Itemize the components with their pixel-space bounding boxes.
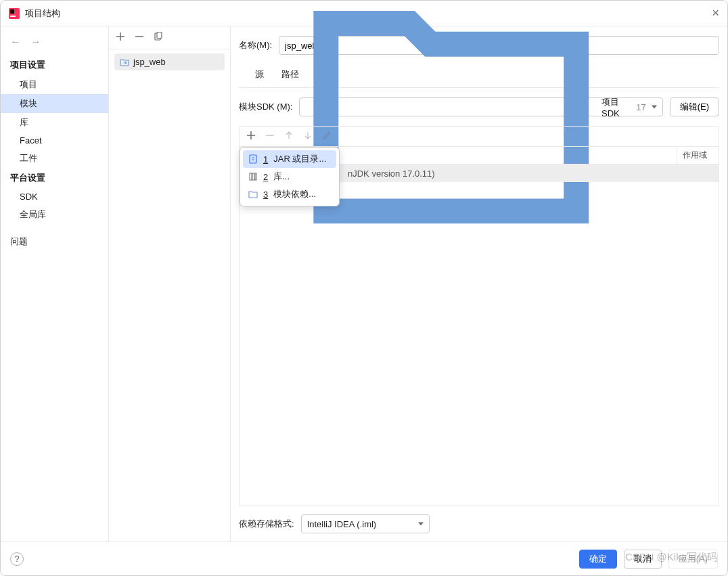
- svg-rect-1: [10, 9, 14, 14]
- close-icon[interactable]: ×: [712, 6, 719, 20]
- nav-item-facet[interactable]: Facet: [1, 132, 108, 149]
- svg-rect-7: [250, 173, 252, 180]
- module-item-label: jsp_web: [133, 57, 166, 67]
- storage-format-value: IntelliJ IDEA (.iml): [307, 519, 377, 529]
- popup-item-jar[interactable]: 1 JAR 或目录...: [243, 150, 336, 168]
- module-toolbar: [109, 26, 230, 49]
- back-icon[interactable]: ←: [10, 36, 21, 48]
- sdk-value-prefix: 项目SDK: [601, 96, 632, 118]
- nav-item-project[interactable]: 项目: [1, 75, 108, 94]
- svg-rect-5: [124, 62, 127, 64]
- svg-rect-4: [157, 32, 162, 39]
- popup-label: 库...: [273, 171, 290, 183]
- dialog-body: ← → 项目设置 项目 模块 库 Facet 工件 平台设置 SDK 全局库 问…: [1, 26, 727, 541]
- deps-scope-header: 作用域: [677, 147, 719, 164]
- module-folder-icon: [120, 58, 129, 67]
- popup-label: 模块依赖...: [273, 188, 316, 200]
- project-structure-dialog: 项目结构 × ← → 项目设置 项目 模块 库 Facet 工件 平台设置 SD…: [0, 0, 728, 576]
- nav-item-artifacts[interactable]: 工件: [1, 149, 108, 168]
- move-down-icon[interactable]: [303, 131, 313, 142]
- popup-num: 3: [263, 190, 268, 200]
- svg-rect-9: [255, 173, 256, 180]
- section-platform-settings: 平台设置: [1, 168, 108, 188]
- cancel-button[interactable]: 取消: [624, 550, 662, 569]
- popup-num: 1: [263, 154, 268, 164]
- popup-num: 2: [263, 172, 268, 182]
- popup-label: JAR 或目录...: [273, 153, 326, 165]
- nav-item-libraries[interactable]: 库: [1, 113, 108, 132]
- add-dependency-popup: 1 JAR 或目录... 2 库... 3 模块依赖...: [240, 147, 340, 206]
- nav-history: ← →: [1, 30, 108, 55]
- add-dep-icon[interactable]: [246, 131, 256, 142]
- svg-rect-8: [252, 173, 254, 180]
- module-dep-icon: [248, 190, 258, 199]
- module-list-panel: jsp_web: [109, 26, 231, 541]
- app-icon: [9, 8, 20, 19]
- help-icon[interactable]: ?: [10, 552, 24, 566]
- svg-rect-6: [250, 155, 256, 163]
- deps-toolbar: [240, 127, 719, 147]
- popup-item-module-dep[interactable]: 3 模块依赖...: [243, 185, 336, 203]
- forward-icon[interactable]: →: [30, 36, 41, 48]
- module-sdk-dropdown[interactable]: 项目SDK 17: [299, 97, 662, 116]
- nav-item-problems[interactable]: 问题: [1, 232, 108, 251]
- sdk-label: 模块SDK (M):: [239, 101, 292, 113]
- dialog-footer: ? 确定 取消 应用(A): [1, 541, 727, 575]
- storage-format-dropdown[interactable]: IntelliJ IDEA (.iml): [301, 514, 430, 533]
- nav-item-global-libs[interactable]: 全局库: [1, 205, 108, 224]
- nav-item-modules[interactable]: 模块: [1, 94, 108, 113]
- copy-module-icon[interactable]: [154, 32, 163, 43]
- module-detail-panel: 名称(M): 源 路径 依赖 模块SDK (M): 项目SDK 17 编辑(E): [231, 26, 727, 541]
- storage-format-label: 依赖存储格式:: [239, 518, 294, 530]
- remove-module-icon[interactable]: [135, 32, 144, 43]
- jar-icon: [248, 154, 258, 164]
- svg-rect-2: [10, 16, 16, 17]
- module-item-jspweb[interactable]: jsp_web: [114, 53, 225, 70]
- add-module-icon[interactable]: [116, 32, 125, 43]
- move-up-icon[interactable]: [284, 131, 294, 142]
- popup-item-library[interactable]: 2 库...: [243, 168, 336, 185]
- tab-sources[interactable]: 源: [254, 64, 265, 87]
- dependencies-panel: 1 JAR 或目录... 2 库... 3 模块依赖...: [239, 126, 719, 506]
- section-project-settings: 项目设置: [1, 55, 108, 75]
- nav-item-sdk[interactable]: SDK: [1, 188, 108, 205]
- name-label: 名称(M):: [239, 39, 272, 51]
- left-nav: ← → 项目设置 项目 模块 库 Facet 工件 平台设置 SDK 全局库 问…: [1, 26, 109, 541]
- edit-dep-icon[interactable]: [322, 131, 332, 142]
- remove-dep-icon[interactable]: [265, 131, 275, 142]
- edit-sdk-button[interactable]: 编辑(E): [670, 97, 719, 116]
- window-title: 项目结构: [25, 7, 60, 20]
- ok-button[interactable]: 确定: [579, 550, 617, 569]
- apply-button[interactable]: 应用(A): [668, 550, 718, 569]
- library-icon: [248, 172, 258, 181]
- tab-paths[interactable]: 路径: [280, 64, 300, 87]
- sdk-value-suffix: 17: [636, 102, 645, 112]
